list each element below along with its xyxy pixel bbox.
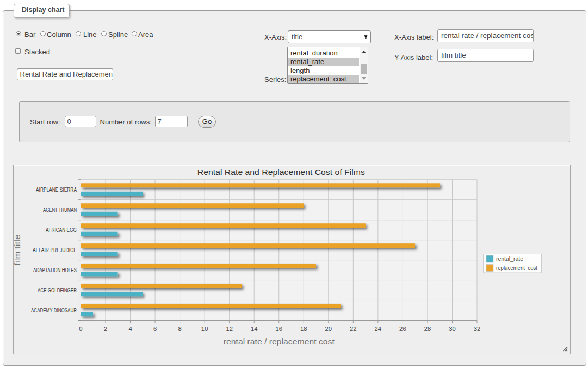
svg-text:AGENT TRUMAN: AGENT TRUMAN xyxy=(43,207,77,213)
svg-text:18: 18 xyxy=(300,325,307,332)
svg-text:28: 28 xyxy=(424,325,431,332)
svg-text:film title: film title xyxy=(14,235,22,266)
svg-text:32: 32 xyxy=(474,325,481,332)
svg-text:20: 20 xyxy=(325,325,332,332)
svg-text:AFFAIR PREJUDICE: AFFAIR PREJUDICE xyxy=(33,247,77,253)
svg-text:rental_rate: rental_rate xyxy=(496,255,523,262)
svg-text:Rental Rate and Replacement Co: Rental Rate and Replacement Cost of Film… xyxy=(197,167,365,177)
svg-text:ACE GOLDFINGER: ACE GOLDFINGER xyxy=(38,287,77,293)
svg-text:26: 26 xyxy=(399,325,406,332)
svg-text:0: 0 xyxy=(79,325,82,332)
svg-text:ACADEMY DINOSAUR: ACADEMY DINOSAUR xyxy=(31,308,77,313)
svg-text:16: 16 xyxy=(275,325,282,332)
svg-text:2: 2 xyxy=(104,325,107,332)
svg-text:24: 24 xyxy=(375,325,382,332)
svg-text:4: 4 xyxy=(128,325,132,332)
svg-text:6: 6 xyxy=(153,325,157,332)
svg-text:8: 8 xyxy=(178,325,181,332)
svg-text:replacement_cost: replacement_cost xyxy=(496,265,537,271)
svg-text:ADAPTATION HOLES: ADAPTATION HOLES xyxy=(33,267,77,273)
svg-text:12: 12 xyxy=(226,325,233,332)
svg-text:AFRICAN EGG: AFRICAN EGG xyxy=(46,227,77,233)
svg-text:AIRPLANE SIERRA: AIRPLANE SIERRA xyxy=(36,187,77,193)
svg-text:10: 10 xyxy=(201,325,208,332)
svg-text:rental rate / replacement cost: rental rate / replacement cost xyxy=(224,337,335,346)
svg-text:22: 22 xyxy=(350,325,357,332)
svg-text:30: 30 xyxy=(449,325,456,332)
svg-text:14: 14 xyxy=(251,325,258,332)
